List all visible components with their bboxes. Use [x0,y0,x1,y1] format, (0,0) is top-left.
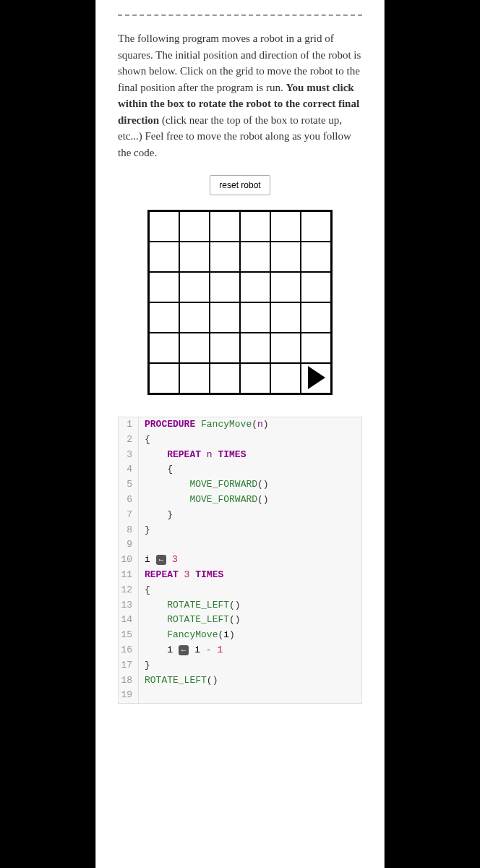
line-content: ROTATE_LEFT() [139,598,241,613]
line-number: 11 [119,568,139,583]
code-line: 19 [119,688,361,703]
code-line: 17} [119,658,361,673]
line-content: { [139,462,173,477]
grid-cell[interactable] [149,363,179,393]
grid-cell[interactable] [270,363,301,393]
code-line: 3 REPEAT n TIMES [119,448,361,463]
line-content: { [139,433,150,448]
grid-cell[interactable] [210,333,240,363]
code-line: 13 ROTATE_LEFT() [119,598,361,613]
line-content: } [139,508,173,523]
grid-cell[interactable] [179,333,210,363]
code-line: 5 MOVE_FORWARD() [119,477,361,493]
line-number: 7 [119,508,139,523]
line-content: } [139,523,150,538]
line-number: 17 [119,658,139,673]
grid-cell[interactable] [240,211,270,242]
line-number: 2 [119,433,139,448]
section-divider [118,14,362,16]
line-number: 12 [119,583,139,598]
code-line: 4 { [119,462,361,477]
grid-cell[interactable] [270,302,301,333]
grid-cell[interactable] [210,302,240,333]
code-block: 1PROCEDURE FancyMove(n)2{3 REPEAT n TIME… [118,417,362,704]
reset-robot-button[interactable]: reset robot [210,175,270,195]
grid-cell[interactable] [179,242,210,272]
code-line: 10i ← 3 [119,553,361,568]
code-line: 6 MOVE_FORWARD() [119,493,361,508]
line-number: 14 [119,613,139,628]
grid-cell[interactable] [179,272,210,302]
line-content: MOVE_FORWARD() [139,477,269,493]
grid-cell[interactable] [149,333,179,363]
line-content: MOVE_FORWARD() [139,493,269,508]
line-content: i ← 3 [139,553,178,568]
grid-cell[interactable] [240,363,270,393]
grid-cell[interactable] [149,211,179,242]
grid-cell[interactable] [270,242,301,272]
code-line: 8} [119,523,361,538]
line-number: 3 [119,448,139,463]
grid-cell[interactable] [301,272,331,302]
grid-cell[interactable] [240,302,270,333]
grid-cell[interactable] [240,242,270,272]
line-number: 16 [119,643,139,658]
grid-cell[interactable] [270,211,301,242]
line-number: 8 [119,523,139,538]
code-line: 9 [119,537,361,553]
grid-cell[interactable] [240,272,270,302]
page-content: The following program moves a robot in a… [95,0,385,868]
problem-description: The following program moves a robot in a… [118,30,362,161]
grid-cell[interactable] [179,302,210,333]
grid-cell[interactable] [179,363,210,393]
line-content: REPEAT 3 TIMES [139,568,223,583]
grid-cell[interactable] [149,242,179,272]
line-content: REPEAT n TIMES [139,448,246,463]
line-number: 6 [119,493,139,508]
assign-arrow-icon: ← [179,645,189,655]
reset-container: reset robot [118,175,362,195]
grid-cell[interactable] [270,333,301,363]
line-content: ROTATE_LEFT() [139,673,218,689]
assign-arrow-icon: ← [156,555,167,565]
code-line: 15 FancyMove(i) [119,628,361,643]
robot-grid[interactable] [147,210,333,395]
grid-cell[interactable] [301,302,331,333]
grid-cell[interactable] [301,333,331,363]
line-content: PROCEDURE FancyMove(n) [139,417,269,433]
code-line: 1PROCEDURE FancyMove(n) [119,417,361,433]
code-line: 14 ROTATE_LEFT() [119,613,361,628]
line-content: { [139,583,150,598]
line-number: 15 [119,628,139,643]
grid-cell[interactable] [301,242,331,272]
line-number: 18 [119,673,139,689]
line-number: 13 [119,598,139,613]
robot-icon [308,366,325,389]
grid-cell[interactable] [210,211,240,242]
grid-cell[interactable] [210,272,240,302]
line-number: 19 [119,688,139,703]
line-number: 9 [119,537,139,553]
line-content: i ← i - 1 [139,643,223,658]
line-content: } [139,658,150,673]
grid-cell[interactable] [210,242,240,272]
line-number: 4 [119,462,139,477]
grid-cell[interactable] [149,302,179,333]
line-number: 5 [119,477,139,493]
code-line: 7 } [119,508,361,523]
code-line: 12{ [119,583,361,598]
grid-cell[interactable] [179,211,210,242]
code-line: 2{ [119,433,361,448]
grid-container [118,210,362,395]
grid-cell[interactable] [270,272,301,302]
line-number: 1 [119,417,139,433]
grid-cell[interactable] [149,272,179,302]
code-line: 16 i ← i - 1 [119,643,361,658]
grid-cell[interactable] [240,333,270,363]
line-content: FancyMove(i) [139,628,235,643]
grid-cell[interactable] [210,363,240,393]
code-line: 11REPEAT 3 TIMES [119,568,361,583]
line-number: 10 [119,553,139,568]
grid-cell[interactable] [301,211,331,242]
line-content: ROTATE_LEFT() [139,613,241,628]
